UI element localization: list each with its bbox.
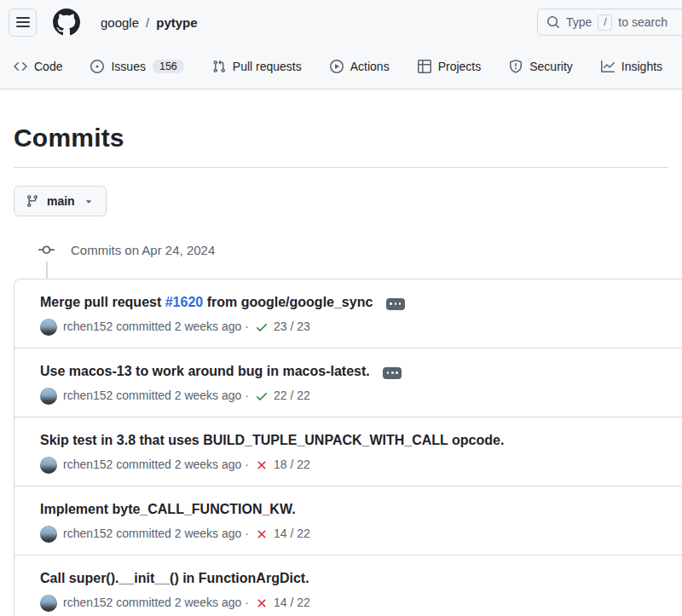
tab-security-label: Security	[529, 60, 573, 73]
commit-meta: rchen152 committed 2 weeks ago · 18 / 22	[40, 456, 682, 474]
tab-actions[interactable]: Actions	[323, 60, 396, 73]
check-status-pass-icon	[255, 389, 269, 403]
play-icon	[330, 60, 344, 73]
meta-dot-separator: ·	[245, 527, 249, 540]
global-header: google / pytype Type / to search Code Is…	[0, 0, 682, 89]
page-title: Commits	[14, 124, 668, 153]
commit-row: Skip test in 3.8 that uses BUILD_TUPLE_U…	[14, 417, 682, 486]
commit-message-toggle[interactable]	[386, 298, 405, 310]
tab-actions-label: Actions	[350, 60, 390, 73]
git-pull-request-icon	[212, 60, 226, 73]
commit-meta-text: rchen152 committed 2 weeks ago ·	[63, 318, 249, 336]
tab-pull-requests[interactable]: Pull requests	[205, 60, 309, 73]
commit-meta-text: rchen152 committed 2 weeks ago ·	[63, 456, 249, 474]
tab-insights-label: Insights	[621, 60, 662, 73]
commit-action-time: committed 2 weeks ago	[116, 596, 241, 609]
tab-issues-label: Issues	[111, 60, 145, 73]
commit-pr-link[interactable]: #1620	[165, 295, 204, 309]
issue-opened-icon	[90, 60, 104, 73]
commits-page: Commits main Commits on Apr 24, 2024 Mer…	[0, 124, 682, 616]
breadcrumb-separator: /	[146, 15, 149, 30]
commit-row: Implement byte_CALL_FUNCTION_KW. rchen15…	[14, 486, 682, 555]
graph-icon	[601, 60, 615, 73]
issues-count-badge: 156	[153, 60, 184, 74]
chevron-down-icon	[83, 195, 95, 207]
commit-meta: rchen152 committed 2 weeks ago · 23 / 23	[40, 318, 682, 336]
commit-message-toggle[interactable]	[383, 367, 402, 379]
commit-meta-text: rchen152 committed 2 weeks ago ·	[63, 594, 249, 612]
check-status-fail-icon	[255, 527, 269, 541]
checks-status-link[interactable]: 14 / 22	[255, 594, 310, 612]
shield-icon	[509, 60, 523, 73]
commit-list: Merge pull request #1620 from google/goo…	[14, 279, 682, 616]
commit-meta-text: rchen152 committed 2 weeks ago ·	[63, 525, 249, 543]
meta-dot-separator: ·	[245, 389, 249, 402]
commit-action-time: committed 2 weeks ago	[116, 527, 241, 540]
commit-title[interactable]: Implement byte_CALL_FUNCTION_KW.	[40, 499, 682, 520]
commit-title-pre: Skip test in 3.8 that uses BUILD_TUPLE_U…	[40, 433, 504, 447]
checks-status-link[interactable]: 18 / 22	[255, 456, 310, 474]
slash-key-hint: /	[598, 14, 612, 31]
commit-row: Call super().__init__() in FunctionArgDi…	[14, 555, 682, 616]
avatar[interactable]	[40, 595, 57, 612]
title-divider	[14, 167, 668, 168]
checks-count: 22 / 22	[274, 387, 310, 405]
checks-status-link[interactable]: 14 / 22	[255, 525, 310, 543]
tab-security[interactable]: Security	[502, 60, 580, 73]
meta-dot-separator: ·	[245, 320, 249, 333]
avatar[interactable]	[40, 457, 57, 474]
commit-title-pre: Merge pull request	[40, 295, 165, 309]
hamburger-menu-button[interactable]	[9, 9, 37, 37]
checks-count: 14 / 22	[274, 594, 310, 612]
commit-author: rchen152	[63, 527, 113, 540]
timeline-connector	[46, 262, 48, 279]
git-branch-icon	[26, 194, 39, 208]
search-placeholder-after: to search	[618, 15, 668, 29]
breadcrumb-repo-link[interactable]: pytype	[156, 15, 197, 30]
avatar[interactable]	[40, 319, 57, 336]
commit-action-time: committed 2 weeks ago	[116, 320, 241, 333]
check-status-fail-icon	[255, 596, 269, 610]
commit-meta: rchen152 committed 2 weeks ago · 14 / 22	[40, 525, 682, 543]
avatar[interactable]	[40, 526, 57, 543]
commit-title-pre: Implement byte_CALL_FUNCTION_KW.	[40, 502, 296, 516]
commit-title[interactable]: Merge pull request #1620 from google/goo…	[40, 292, 682, 313]
checks-status-link[interactable]: 22 / 22	[255, 387, 310, 405]
commit-title[interactable]: Use macos-13 to work around bug in macos…	[40, 361, 682, 382]
search-icon	[546, 15, 560, 29]
commit-row: Merge pull request #1620 from google/goo…	[14, 279, 682, 348]
commit-author: rchen152	[63, 320, 113, 333]
commit-row: Use macos-13 to work around bug in macos…	[14, 348, 682, 417]
tab-insights[interactable]: Insights	[594, 60, 669, 73]
branch-name: main	[47, 194, 75, 208]
commit-meta-text: rchen152 committed 2 weeks ago ·	[63, 387, 249, 405]
tab-projects[interactable]: Projects	[411, 60, 488, 73]
search-input[interactable]: Type / to search	[537, 9, 682, 36]
github-logo[interactable]	[53, 9, 80, 36]
checks-count: 23 / 23	[274, 318, 310, 336]
git-commit-icon	[38, 242, 55, 258]
commit-author: rchen152	[63, 389, 113, 402]
code-icon	[14, 60, 27, 73]
commit-group-date: Commits on Apr 24, 2024	[71, 243, 215, 257]
commit-title-post: from google/google_sync	[203, 295, 373, 309]
breadcrumb: google / pytype	[101, 15, 198, 30]
check-status-pass-icon	[255, 320, 269, 334]
tab-projects-label: Projects	[438, 60, 482, 73]
commit-author: rchen152	[63, 458, 113, 471]
checks-count: 18 / 22	[274, 456, 310, 474]
commit-title[interactable]: Call super().__init__() in FunctionArgDi…	[40, 568, 682, 589]
breadcrumb-org-link[interactable]: google	[101, 15, 139, 30]
github-mark-icon	[53, 9, 80, 36]
tab-issues[interactable]: Issues 156	[84, 60, 190, 74]
commit-title[interactable]: Skip test in 3.8 that uses BUILD_TUPLE_U…	[40, 430, 682, 451]
commit-title-pre: Use macos-13 to work around bug in macos…	[40, 364, 370, 378]
tab-code[interactable]: Code	[7, 60, 69, 73]
tab-pull-requests-label: Pull requests	[233, 60, 302, 73]
checks-count: 14 / 22	[274, 525, 310, 543]
avatar[interactable]	[40, 388, 57, 405]
commit-group-header: Commits on Apr 24, 2024	[14, 242, 668, 258]
branch-selector-button[interactable]: main	[14, 186, 107, 216]
meta-dot-separator: ·	[245, 458, 249, 471]
checks-status-link[interactable]: 23 / 23	[255, 318, 310, 336]
